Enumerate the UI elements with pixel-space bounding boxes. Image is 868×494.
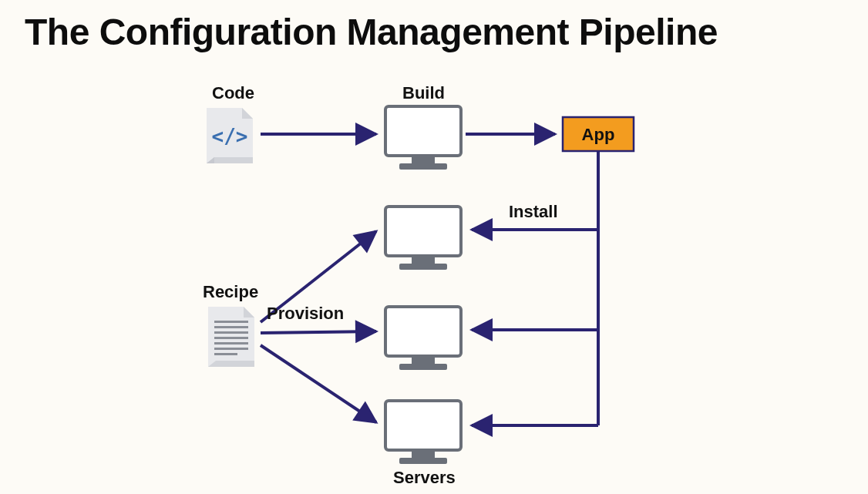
svg-rect-11: [214, 353, 237, 355]
code-file-icon: </>: [207, 108, 253, 163]
code-label: Code: [212, 83, 254, 103]
svg-rect-16: [412, 356, 435, 364]
servers-label: Servers: [393, 468, 456, 488]
svg-rect-6: [214, 326, 248, 328]
svg-rect-5: [214, 321, 248, 323]
svg-rect-20: [399, 458, 447, 464]
server-1-icon: [385, 207, 461, 270]
svg-rect-2: [412, 156, 435, 163]
build-label: Build: [402, 83, 445, 103]
server-2-icon: [385, 307, 461, 370]
build-monitor-icon: [385, 106, 461, 170]
app-label: App: [582, 125, 615, 144]
svg-rect-12: [385, 207, 461, 256]
recipe-file-icon: [208, 307, 254, 367]
recipe-label: Recipe: [203, 282, 258, 302]
svg-rect-7: [214, 331, 248, 334]
diagram-stage: The Configuration Management Pipeline </…: [0, 0, 868, 494]
arrow-provision-server3: [261, 345, 376, 422]
svg-rect-14: [399, 264, 447, 270]
svg-rect-15: [385, 307, 461, 356]
server-3-icon: [385, 401, 461, 464]
app-node: App: [563, 117, 634, 151]
svg-rect-1: [385, 106, 461, 156]
provision-label: Provision: [267, 304, 344, 324]
install-label: Install: [509, 202, 558, 222]
svg-text:</>: </>: [212, 125, 248, 148]
svg-rect-3: [399, 163, 447, 170]
arrow-provision-server2: [261, 331, 376, 333]
svg-rect-18: [385, 401, 461, 450]
svg-rect-8: [214, 337, 248, 339]
svg-rect-10: [214, 348, 248, 350]
svg-rect-17: [399, 364, 447, 370]
svg-rect-13: [412, 256, 435, 264]
pipeline-diagram: </> App: [0, 0, 868, 494]
svg-rect-19: [412, 450, 435, 458]
svg-rect-9: [214, 342, 248, 344]
